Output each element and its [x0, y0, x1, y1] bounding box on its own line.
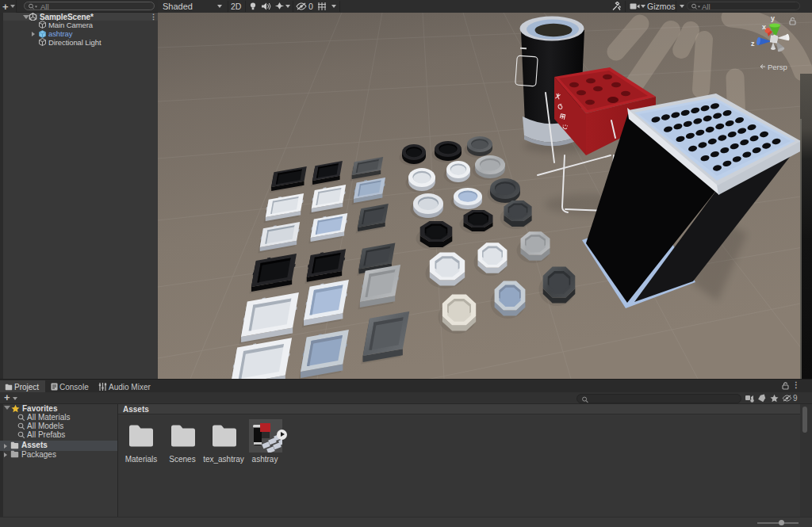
svg-text:y: y — [771, 14, 775, 22]
svg-text:Persp: Persp — [768, 63, 787, 71]
svg-text:x: x — [762, 23, 766, 31]
svg-text:z: z — [751, 40, 755, 48]
